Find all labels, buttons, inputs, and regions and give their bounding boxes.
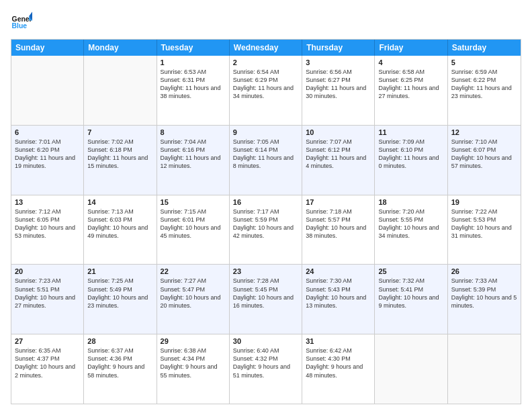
sunrise-text: Sunrise: 7:20 AM [378,208,443,216]
sunset-text: Sunset: 6:16 PM [161,146,226,154]
day-number: 3 [306,58,371,66]
daylight-text: Daylight: 10 hours and 38 minutes. [306,224,371,240]
day-number: 1 [161,58,226,66]
calendar-cell [375,334,447,404]
calendar-cell: 15Sunrise: 7:15 AMSunset: 6:01 PMDayligh… [157,195,230,265]
sunset-text: Sunset: 5:47 PM [161,285,226,293]
calendar-cell: 11Sunrise: 7:09 AMSunset: 6:10 PMDayligh… [375,126,447,195]
calendar-row-1: 6Sunrise: 7:01 AMSunset: 6:20 PMDaylight… [11,125,521,195]
sunrise-text: Sunrise: 7:05 AM [233,138,298,146]
calendar-cell: 1Sunrise: 6:53 AMSunset: 6:31 PMDaylight… [157,56,230,125]
sunset-text: Sunset: 6:20 PM [15,146,80,154]
day-number: 22 [161,267,226,275]
day-number: 20 [15,267,80,275]
calendar-row-4: 27Sunrise: 6:35 AMSunset: 4:37 PMDayligh… [11,334,521,404]
sunrise-text: Sunrise: 6:54 AM [233,68,298,76]
calendar-cell: 23Sunrise: 7:28 AMSunset: 5:45 PMDayligh… [230,265,302,334]
day-number: 12 [451,128,517,136]
day-number: 10 [306,128,371,136]
daylight-text: Daylight: 11 hours and 0 minutes. [378,154,443,170]
sunset-text: Sunset: 6:03 PM [87,216,152,224]
sunset-text: Sunset: 6:31 PM [161,76,226,84]
daylight-text: Daylight: 9 hours and 51 minutes. [233,363,298,379]
daylight-text: Daylight: 11 hours and 8 minutes. [233,154,298,170]
daylight-text: Daylight: 11 hours and 4 minutes. [306,154,371,170]
sunrise-text: Sunrise: 7:15 AM [161,208,226,216]
sunrise-text: Sunrise: 6:38 AM [161,347,226,355]
day-number: 28 [87,337,152,345]
calendar-cell: 5Sunrise: 6:59 AMSunset: 6:22 PMDaylight… [448,56,521,125]
sunset-text: Sunset: 5:53 PM [451,216,517,224]
sunset-text: Sunset: 5:59 PM [233,216,298,224]
logo-icon: General Blue [11,11,32,32]
calendar-cell: 2Sunrise: 6:54 AMSunset: 6:29 PMDaylight… [230,56,302,125]
calendar-cell: 14Sunrise: 7:13 AMSunset: 6:03 PMDayligh… [84,195,157,265]
calendar-row-2: 13Sunrise: 7:12 AMSunset: 6:05 PMDayligh… [11,195,521,265]
sunset-text: Sunset: 6:29 PM [233,76,298,84]
sunrise-text: Sunrise: 6:40 AM [233,347,298,355]
sunset-text: Sunset: 6:14 PM [233,146,298,154]
sunset-text: Sunset: 6:10 PM [378,146,443,154]
day-number: 31 [306,337,371,345]
sunset-text: Sunset: 5:43 PM [306,285,371,293]
day-number: 6 [15,128,80,136]
daylight-text: Daylight: 10 hours and 9 minutes. [378,293,443,310]
calendar-cell: 7Sunrise: 7:02 AMSunset: 6:18 PMDaylight… [84,126,157,195]
calendar-cell: 8Sunrise: 7:04 AMSunset: 6:16 PMDaylight… [157,126,230,195]
sunset-text: Sunset: 6:05 PM [15,216,80,224]
sunset-text: Sunset: 4:30 PM [306,355,371,363]
calendar-cell [11,56,84,125]
daylight-text: Daylight: 10 hours and 23 minutes. [87,293,152,310]
day-number: 27 [15,337,80,345]
logo: General Blue [11,11,32,32]
sunrise-text: Sunrise: 7:23 AM [15,277,80,285]
calendar-cell: 9Sunrise: 7:05 AMSunset: 6:14 PMDaylight… [230,126,302,195]
calendar-body: 1Sunrise: 6:53 AMSunset: 6:31 PMDaylight… [11,56,521,404]
daylight-text: Daylight: 9 hours and 55 minutes. [161,363,226,379]
calendar-cell: 4Sunrise: 6:58 AMSunset: 6:25 PMDaylight… [375,56,447,125]
sunrise-text: Sunrise: 7:10 AM [451,138,517,146]
sunrise-text: Sunrise: 7:32 AM [378,277,443,285]
daylight-text: Daylight: 10 hours and 5 minutes. [451,293,517,310]
day-number: 18 [378,198,443,206]
sunrise-text: Sunrise: 7:04 AM [161,138,226,146]
daylight-text: Daylight: 11 hours and 15 minutes. [87,154,152,170]
sunrise-text: Sunrise: 7:28 AM [233,277,298,285]
sunset-text: Sunset: 6:12 PM [306,146,371,154]
calendar-cell: 24Sunrise: 7:30 AMSunset: 5:43 PMDayligh… [302,265,375,334]
daylight-text: Daylight: 10 hours and 45 minutes. [161,224,226,240]
calendar-cell: 17Sunrise: 7:18 AMSunset: 5:57 PMDayligh… [302,195,375,265]
sunset-text: Sunset: 5:49 PM [87,285,152,293]
calendar-cell: 25Sunrise: 7:32 AMSunset: 5:41 PMDayligh… [375,265,447,334]
sunrise-text: Sunrise: 6:53 AM [161,68,226,76]
day-number: 13 [15,198,80,206]
calendar-cell: 22Sunrise: 7:27 AMSunset: 5:47 PMDayligh… [157,265,230,334]
daylight-text: Daylight: 10 hours and 20 minutes. [161,293,226,310]
calendar-cell: 29Sunrise: 6:38 AMSunset: 4:34 PMDayligh… [157,334,230,404]
daylight-text: Daylight: 9 hours and 58 minutes. [87,363,152,379]
sunset-text: Sunset: 4:34 PM [161,355,226,363]
sunrise-text: Sunrise: 7:25 AM [87,277,152,285]
header-cell-wednesday: Wednesday [230,40,302,56]
daylight-text: Daylight: 10 hours and 16 minutes. [233,293,298,310]
sunset-text: Sunset: 6:18 PM [87,146,152,154]
sunset-text: Sunset: 4:36 PM [87,355,152,363]
sunset-text: Sunset: 6:27 PM [306,76,371,84]
sunrise-text: Sunrise: 7:27 AM [161,277,226,285]
day-number: 8 [161,128,226,136]
header-cell-tuesday: Tuesday [157,40,230,56]
header-cell-thursday: Thursday [302,40,375,56]
day-number: 23 [233,267,298,275]
sunrise-text: Sunrise: 6:37 AM [87,347,152,355]
sunset-text: Sunset: 5:57 PM [306,216,371,224]
daylight-text: Daylight: 10 hours and 13 minutes. [306,293,371,310]
sunrise-text: Sunrise: 7:13 AM [87,208,152,216]
day-number: 11 [378,128,443,136]
daylight-text: Daylight: 11 hours and 19 minutes. [15,154,80,170]
calendar-cell [448,334,521,404]
calendar-cell [84,56,157,125]
day-number: 5 [451,58,517,66]
sunrise-text: Sunrise: 6:58 AM [378,68,443,76]
daylight-text: Daylight: 10 hours and 49 minutes. [87,224,152,240]
sunset-text: Sunset: 5:51 PM [15,285,80,293]
